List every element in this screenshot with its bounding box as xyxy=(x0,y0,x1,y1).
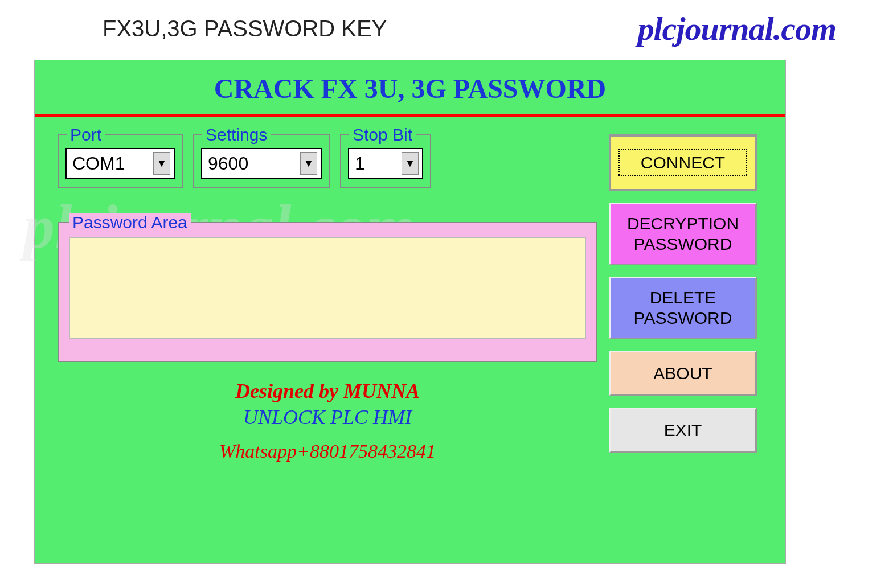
brand-label: plcjournal.com xyxy=(637,10,836,48)
settings-label: Settings xyxy=(202,125,271,145)
connect-button[interactable]: CONNECT xyxy=(609,134,757,191)
exit-button[interactable]: EXIT xyxy=(609,408,757,453)
divider xyxy=(35,114,785,117)
password-output xyxy=(69,237,586,339)
stopbit-label: Stop Bit xyxy=(349,125,416,145)
connect-button-label: CONNECT xyxy=(641,153,725,173)
dropdown-arrow-icon: ▼ xyxy=(300,152,317,175)
dropdown-arrow-icon: ▼ xyxy=(402,152,419,175)
main-heading: CRACK FX 3U, 3G PASSWORD xyxy=(35,73,785,104)
credits: Designed by MUNNA UNLOCK PLC HMI Whatsap… xyxy=(58,379,597,462)
settings-group: Settings 9600 ▼ xyxy=(193,134,330,188)
stopbit-select[interactable]: 1 ▼ xyxy=(348,148,423,179)
port-select[interactable]: COM1 ▼ xyxy=(65,148,175,179)
port-group: Port COM1 ▼ xyxy=(58,134,183,188)
about-button[interactable]: ABOUT xyxy=(609,351,757,396)
password-area-label: Password Area xyxy=(69,213,191,232)
dropdown-arrow-icon: ▼ xyxy=(153,152,170,175)
window-title: FX3U,3G PASSWORD KEY xyxy=(103,16,387,42)
credit-contact: Whatsapp+8801758432841 xyxy=(58,441,597,462)
stopbit-group: Stop Bit 1 ▼ xyxy=(340,134,431,188)
delete-button-label: DELETE PASSWORD xyxy=(615,287,751,328)
settings-value: 9600 xyxy=(208,153,248,174)
about-button-label: ABOUT xyxy=(653,363,712,384)
port-value: COM1 xyxy=(72,153,125,174)
credit-tagline: UNLOCK PLC HMI xyxy=(58,405,597,429)
titlebar: FX3U,3G PASSWORD KEY plcjournal.com xyxy=(0,0,893,57)
exit-button-label: EXIT xyxy=(664,420,702,441)
port-label: Port xyxy=(67,125,105,145)
stopbit-value: 1 xyxy=(355,153,365,174)
delete-password-button[interactable]: DELETE PASSWORD xyxy=(609,277,757,339)
connect-button-focus: CONNECT xyxy=(618,149,748,176)
main-panel: plcjournal.com CRACK FX 3U, 3G PASSWORD … xyxy=(34,60,786,564)
decryption-password-button[interactable]: DECRYPTION PASSWORD xyxy=(609,203,757,265)
password-area-group: Password Area xyxy=(58,222,597,362)
decryption-button-label: DECRYPTION PASSWORD xyxy=(615,213,751,254)
credit-designer: Designed by MUNNA xyxy=(58,379,597,403)
settings-select[interactable]: 9600 ▼ xyxy=(201,148,322,179)
